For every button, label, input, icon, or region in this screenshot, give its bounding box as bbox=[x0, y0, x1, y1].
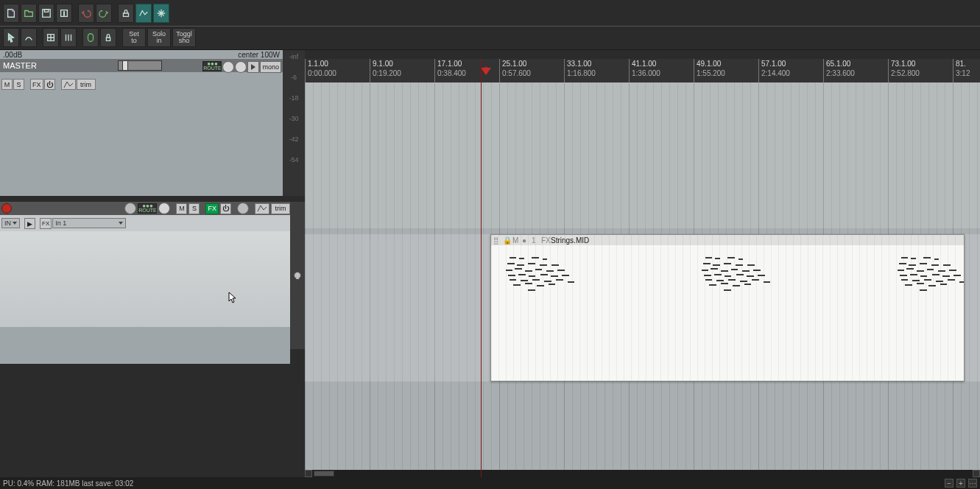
timeline-ruler[interactable]: 1.1.000:00.0009.1.000:19.20017.1.000:38.… bbox=[305, 59, 980, 82]
midi-note[interactable] bbox=[540, 264, 547, 266]
track-mute-button[interactable]: M bbox=[176, 203, 187, 214]
midi-item-strings[interactable]: ⣿ 🔒 M ● 1 FX Strings.MID bbox=[490, 234, 965, 381]
midi-note[interactable] bbox=[709, 284, 716, 286]
rec-monitor-button[interactable]: ▶ bbox=[24, 218, 35, 229]
midi-note[interactable] bbox=[906, 268, 914, 270]
midi-note[interactable] bbox=[911, 258, 916, 259]
midi-note[interactable] bbox=[562, 275, 569, 276]
midi-note[interactable] bbox=[716, 280, 724, 281]
master-fx-bypass-button[interactable]: ⏻ bbox=[44, 79, 55, 90]
scroll-right-button[interactable] bbox=[973, 470, 980, 477]
arrange-hscroll[interactable] bbox=[305, 470, 980, 477]
midi-note[interactable] bbox=[899, 263, 906, 264]
midi-note[interactable] bbox=[518, 274, 526, 275]
undo-button[interactable] bbox=[78, 4, 94, 23]
midi-note[interactable] bbox=[568, 281, 574, 283]
midi-note[interactable] bbox=[943, 264, 951, 266]
master-width-knob[interactable] bbox=[235, 61, 247, 73]
master-volume-slider[interactable] bbox=[118, 60, 162, 71]
toggle-show-button[interactable]: Togglsho bbox=[172, 28, 196, 47]
midi-note[interactable] bbox=[525, 283, 532, 284]
scroll-left-button[interactable] bbox=[305, 470, 312, 477]
midi-note[interactable] bbox=[923, 257, 931, 258]
midi-note[interactable] bbox=[940, 284, 947, 285]
midi-note[interactable] bbox=[909, 264, 916, 266]
midi-note[interactable] bbox=[705, 279, 712, 281]
arrange-view[interactable]: ⣿ 🔒 M ● 1 FX Strings.MID bbox=[305, 82, 980, 477]
tool-grid-button[interactable] bbox=[43, 28, 59, 47]
input-mode-selector[interactable]: IN bbox=[1, 218, 20, 228]
midi-note[interactable] bbox=[936, 281, 943, 282]
master-route-button[interactable]: ●●●ROUTE bbox=[202, 61, 222, 71]
midi-note[interactable] bbox=[532, 279, 540, 281]
midi-note[interactable] bbox=[529, 275, 535, 277]
redo-button[interactable] bbox=[96, 4, 112, 23]
midi-note[interactable] bbox=[901, 279, 908, 281]
midi-note[interactable] bbox=[938, 270, 945, 272]
save-button[interactable] bbox=[38, 4, 54, 23]
master-lane[interactable] bbox=[305, 82, 980, 228]
tool-cursor-button[interactable] bbox=[3, 28, 19, 47]
tool-loop-button[interactable] bbox=[82, 28, 99, 47]
grid-toggle-button[interactable] bbox=[153, 4, 169, 23]
open-button[interactable] bbox=[21, 4, 37, 23]
midi-note[interactable] bbox=[705, 257, 712, 258]
track-phase-button[interactable] bbox=[158, 203, 170, 214]
midi-note[interactable] bbox=[752, 279, 759, 281]
midi-note[interactable] bbox=[506, 270, 512, 271]
midi-note[interactable] bbox=[724, 289, 731, 291]
midi-note[interactable] bbox=[942, 275, 950, 277]
track-empty-area[interactable] bbox=[0, 231, 290, 327]
options-button[interactable]: ⋯ bbox=[968, 479, 977, 488]
midi-note[interactable] bbox=[753, 270, 761, 271]
solo-in-button[interactable]: Soloin bbox=[147, 28, 171, 47]
midi-note[interactable] bbox=[928, 285, 936, 286]
midi-note[interactable] bbox=[738, 258, 743, 260]
tool-snap-button[interactable] bbox=[60, 28, 77, 47]
track-trim-button[interactable]: trim bbox=[271, 203, 290, 214]
set-to-button[interactable]: Setto bbox=[122, 28, 146, 47]
new-project-button[interactable] bbox=[3, 4, 19, 23]
midi-note[interactable] bbox=[744, 284, 751, 285]
zoom-in-button[interactable]: + bbox=[956, 479, 965, 488]
midi-note[interactable] bbox=[948, 279, 955, 281]
midi-note[interactable] bbox=[725, 275, 731, 277]
master-mute-button[interactable]: M bbox=[1, 79, 13, 90]
midi-note[interactable] bbox=[747, 275, 754, 277]
midi-note[interactable] bbox=[934, 258, 939, 260]
midi-note[interactable] bbox=[528, 263, 535, 264]
lock-button[interactable] bbox=[118, 4, 134, 23]
input-channel-selector[interactable]: In 1 bbox=[52, 218, 126, 228]
midi-note[interactable] bbox=[959, 281, 965, 283]
midi-note[interactable] bbox=[540, 274, 548, 275]
track-fx-bypass-button[interactable]: ⏻ bbox=[220, 203, 231, 214]
zoom-out-button[interactable]: − bbox=[945, 479, 953, 488]
midi-note[interactable] bbox=[714, 274, 722, 275]
playhead-marker-icon[interactable] bbox=[481, 68, 491, 75]
midi-note[interactable] bbox=[528, 289, 535, 291]
midi-note[interactable] bbox=[525, 270, 532, 272]
master-solo-button[interactable]: S bbox=[13, 79, 24, 90]
track-route-button[interactable]: ●●●ROUTE bbox=[138, 203, 157, 214]
track-solo-button[interactable]: S bbox=[188, 203, 200, 214]
midi-note[interactable] bbox=[508, 275, 515, 276]
midi-note[interactable] bbox=[724, 263, 731, 264]
master-fx-button[interactable]: FX bbox=[30, 79, 43, 90]
track-1-tcp[interactable]: ●●●ROUTE M S FX ⏻ trim IN bbox=[0, 202, 305, 349]
tool-item-lock-button[interactable] bbox=[100, 28, 116, 47]
record-arm-button[interactable] bbox=[1, 203, 12, 214]
master-trim-button[interactable]: trim bbox=[77, 79, 96, 90]
master-env-button[interactable] bbox=[61, 79, 76, 90]
master-play-button[interactable] bbox=[247, 61, 259, 73]
midi-note[interactable] bbox=[521, 280, 528, 281]
rec-fx-button[interactable]: FX bbox=[40, 218, 52, 229]
scroll-thumb[interactable] bbox=[314, 471, 334, 476]
volume-handle[interactable] bbox=[122, 60, 128, 71]
midi-note[interactable] bbox=[557, 270, 565, 271]
track-vol-knob[interactable] bbox=[237, 203, 249, 214]
track-pan-knob[interactable] bbox=[124, 203, 136, 214]
master-mono-button[interactable]: mono bbox=[260, 61, 281, 73]
midi-note[interactable] bbox=[901, 257, 908, 258]
track-fx-button[interactable]: FX bbox=[205, 203, 219, 214]
midi-note[interactable] bbox=[535, 269, 542, 270]
